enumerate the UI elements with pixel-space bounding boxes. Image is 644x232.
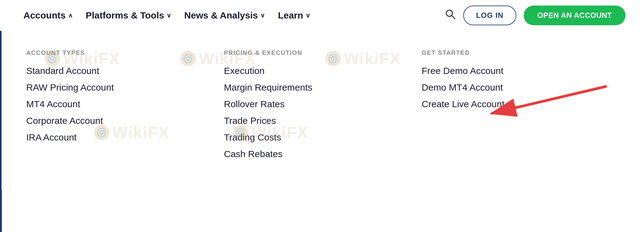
nav-accounts-chevron: ∧ — [68, 12, 73, 19]
link-standard-account[interactable]: Standard Account — [26, 66, 212, 76]
nav-platforms-chevron: ∨ — [167, 12, 171, 19]
col-account-types-heading: ACCOUNT TYPES — [26, 49, 212, 56]
link-ira-account[interactable]: IRA Account — [26, 132, 212, 143]
link-mt4-account[interactable]: MT4 Account — [26, 99, 212, 109]
link-corporate-account[interactable]: Corporate Account — [26, 116, 212, 126]
main-nav: Accounts ∧ Platforms & Tools ∨ News & An… — [19, 7, 445, 24]
link-margin-requirements[interactable]: Margin Requirements — [224, 82, 409, 93]
col-pricing-heading: PRICING & EXECUTION — [224, 49, 409, 56]
search-icon[interactable] — [445, 9, 456, 22]
open-account-button[interactable]: OPEN AN ACCOUNT — [524, 6, 625, 25]
nav-platforms[interactable]: Platforms & Tools ∨ — [81, 7, 176, 24]
link-demo-mt4[interactable]: Demo MT4 Account — [422, 82, 607, 93]
link-raw-pricing[interactable]: RAW Pricing Account — [26, 82, 212, 93]
login-button[interactable]: LOG IN — [463, 6, 517, 25]
header: Accounts ∧ Platforms & Tools ∨ News & An… — [0, 0, 644, 31]
nav-learn[interactable]: Learn ∨ — [273, 7, 315, 24]
link-create-live[interactable]: Create Live Account — [422, 99, 607, 109]
nav-news-label: News & Analysis — [184, 10, 258, 21]
col-get-started-heading: GET STARTED — [422, 49, 607, 56]
link-trade-prices[interactable]: Trade Prices — [224, 116, 409, 126]
accounts-dropdown: 🌀 WikiFX 🌀 WikiFX 🌀 WikiFX 🌀 WikiFX 🌀 Wi… — [0, 31, 644, 190]
col-pricing-execution: PRICING & EXECUTION Execution Margin Req… — [224, 49, 422, 165]
col-get-started: GET STARTED Free Demo Account Demo MT4 A… — [422, 49, 619, 165]
nav-learn-label: Learn — [278, 10, 303, 21]
link-free-demo[interactable]: Free Demo Account — [422, 66, 607, 76]
header-right: LOG IN OPEN AN ACCOUNT — [445, 6, 625, 25]
col-account-types: ACCOUNT TYPES Standard Account RAW Prici… — [26, 49, 224, 165]
nav-accounts-label: Accounts — [23, 10, 66, 21]
link-rollover-rates[interactable]: Rollover Rates — [224, 99, 409, 109]
nav-accounts[interactable]: Accounts ∧ — [19, 7, 78, 24]
nav-learn-chevron: ∨ — [306, 12, 310, 19]
svg-line-1 — [452, 16, 455, 19]
nav-news[interactable]: News & Analysis ∨ — [179, 7, 270, 24]
link-cash-rebates[interactable]: Cash Rebates — [224, 149, 409, 159]
link-trading-costs[interactable]: Trading Costs — [224, 132, 409, 143]
link-execution[interactable]: Execution — [224, 66, 409, 76]
nav-platforms-label: Platforms & Tools — [86, 10, 164, 21]
nav-news-chevron: ∨ — [260, 12, 265, 19]
